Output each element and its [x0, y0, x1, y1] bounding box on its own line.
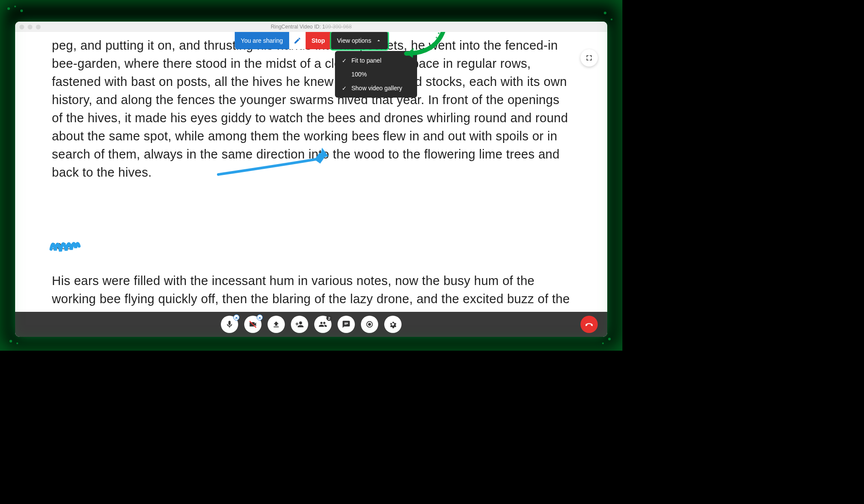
chevron-up-icon	[376, 38, 382, 44]
annotate-button[interactable]	[289, 32, 306, 49]
invite-button[interactable]	[291, 316, 308, 333]
settings-button[interactable]	[384, 316, 402, 333]
svg-point-5	[10, 340, 12, 342]
menu-item-show-video-gallery[interactable]: ✓ Show video gallery	[335, 81, 417, 95]
add-person-icon	[295, 320, 304, 329]
fullscreen-button[interactable]	[580, 49, 598, 67]
video-options-caret[interactable]	[257, 314, 263, 320]
view-options-label: View options	[337, 37, 371, 44]
shared-content-area: peg, and putting it on, and thrusting hi…	[15, 32, 607, 312]
paragraph: peg, and putting it on, and thrusting hi…	[52, 36, 571, 181]
minimize-window-button[interactable]	[28, 25, 32, 29]
leave-meeting-button[interactable]	[580, 316, 598, 333]
svg-point-11	[441, 34, 443, 36]
paragraph: His ears were filled with the incessant …	[52, 272, 571, 312]
mute-button[interactable]	[221, 316, 238, 333]
pencil-icon	[293, 37, 301, 44]
svg-point-15	[368, 323, 371, 326]
menu-label: Show video gallery	[351, 85, 402, 92]
view-options-dropdown: ✓ Fit to panel 100% ✓ Show video gallery	[335, 51, 417, 98]
svg-point-2	[20, 10, 23, 12]
svg-point-4	[611, 19, 612, 20]
svg-point-8	[602, 342, 604, 344]
expand-icon	[585, 54, 593, 62]
chevron-up-icon	[234, 313, 239, 322]
participants-button[interactable]: 2	[314, 316, 332, 333]
svg-point-10	[438, 32, 440, 34]
menu-label: Fit to panel	[351, 57, 381, 64]
svg-point-1	[14, 6, 16, 7]
svg-point-7	[608, 338, 611, 340]
sharing-toolbar: You are sharing Stop View options	[235, 32, 388, 49]
window-controls[interactable]	[19, 25, 41, 29]
chevron-up-icon	[257, 313, 262, 322]
mic-options-caret[interactable]	[233, 314, 239, 320]
sharing-label: You are sharing	[241, 37, 283, 44]
menu-item-100-percent[interactable]: 100%	[335, 67, 417, 81]
svg-point-0	[7, 7, 10, 10]
page-number: 1052	[52, 241, 71, 251]
microphone-icon	[225, 320, 234, 329]
svg-point-6	[16, 342, 18, 344]
svg-point-3	[604, 12, 606, 14]
meeting-toolbar: 2	[15, 312, 607, 337]
share-screen-icon	[272, 320, 281, 329]
people-icon	[319, 320, 327, 329]
share-button[interactable]	[268, 316, 285, 333]
close-window-button[interactable]	[19, 25, 24, 29]
app-window: RingCentral Video ID: 109-390-968 peg, a…	[15, 22, 607, 337]
stop-sharing-button[interactable]: Stop	[306, 32, 331, 49]
menu-label: 100%	[351, 71, 367, 78]
participants-count: 2	[326, 315, 332, 321]
record-button[interactable]	[361, 316, 378, 333]
check-icon: ✓	[341, 57, 347, 64]
maximize-window-button[interactable]	[36, 25, 41, 29]
video-off-icon	[249, 320, 257, 329]
gear-icon	[389, 320, 397, 329]
menu-item-fit-to-panel[interactable]: ✓ Fit to panel	[335, 54, 417, 67]
check-icon: ✓	[341, 85, 347, 92]
view-options-button[interactable]: View options	[331, 32, 388, 49]
chat-button[interactable]	[338, 316, 355, 333]
sharing-status: You are sharing	[235, 32, 289, 49]
window-titlebar: RingCentral Video ID: 109-390-968	[15, 22, 607, 32]
document-text: peg, and putting it on, and thrusting hi…	[52, 36, 571, 193]
document-text-2: His ears were filled with the incessant …	[52, 272, 571, 312]
window-title: RingCentral Video ID: 109-390-968	[271, 24, 351, 30]
video-button[interactable]	[244, 316, 261, 333]
record-icon	[365, 320, 374, 329]
hangup-icon	[584, 320, 594, 329]
chat-icon	[342, 320, 351, 329]
stop-label: Stop	[312, 37, 325, 44]
